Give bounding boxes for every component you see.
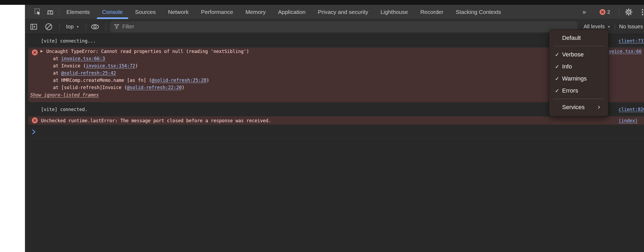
- log-levels-dropdown[interactable]: All levels ▼: [584, 24, 610, 30]
- kebab-menu-icon[interactable]: [642, 9, 643, 15]
- tab-memory[interactable]: Memory: [239, 5, 272, 19]
- inspect-cursor-icon: [34, 8, 41, 16]
- frame-text: at Invoice (: [53, 63, 86, 68]
- log-levels-menu: Default ✓ Verbose ✓ Info ✓ Warnings ✓ Er…: [549, 29, 608, 116]
- tab-network[interactable]: Network: [162, 5, 195, 19]
- chevron-down-icon: ▼: [76, 25, 79, 28]
- eye-icon: [90, 23, 100, 31]
- toolbar-separator: [59, 23, 60, 30]
- tab-lighthouse[interactable]: Lighthouse: [374, 5, 414, 19]
- tab-console[interactable]: Console: [96, 5, 129, 19]
- tab-label: Lighthouse: [380, 9, 408, 15]
- javascript-context-selector[interactable]: top ▼: [66, 24, 79, 30]
- stack-frame: at Invoice (invoice.tsx:154:72): [53, 62, 138, 70]
- tab-label: Recorder: [420, 9, 443, 15]
- inspect-element-button[interactable]: [33, 7, 42, 17]
- devtools-tabbar: Elements Console Sources Network Perform…: [25, 5, 644, 19]
- error-circle-icon: [32, 49, 38, 55]
- console-prompt-chevron-icon: [32, 129, 36, 135]
- menu-item-label: Errors: [562, 87, 578, 94]
- error-circle-icon: [599, 9, 606, 15]
- log-text: [vite] connecting...: [41, 38, 96, 44]
- frame-text: at: [53, 56, 61, 61]
- toolbar-separator: [615, 23, 615, 30]
- create-live-expression-button[interactable]: [91, 22, 99, 31]
- tab-recorder[interactable]: Recorder: [414, 5, 449, 19]
- stack-frame: at [solid-refresh]Invoice (@solid-refres…: [53, 84, 184, 91]
- frame-text: at: [53, 70, 61, 76]
- expand-triangle-icon[interactable]: ▶: [40, 49, 43, 53]
- show-console-sidebar-button[interactable]: [29, 22, 38, 31]
- tab-label: Memory: [245, 9, 266, 15]
- menu-item-info[interactable]: ✓ Info: [549, 60, 608, 72]
- error-source-link[interactable]: (index): [619, 118, 638, 123]
- console-filter-field[interactable]: [110, 21, 578, 32]
- panel-tabs: Elements Console Sources Network Perform…: [60, 5, 507, 19]
- menu-item-verbose[interactable]: ✓ Verbose: [549, 48, 608, 60]
- frame-source-link[interactable]: @solid-refresh:25:42: [61, 70, 116, 76]
- toolbar-separator: [106, 23, 106, 30]
- tab-label: Sources: [135, 9, 156, 15]
- show-ignore-listed-frames-link[interactable]: Show ignore-listed frames: [30, 91, 99, 99]
- tabbar-right-separator: [619, 8, 619, 16]
- tab-label: Stacking Contexts: [456, 9, 501, 15]
- menu-separator: [553, 99, 604, 99]
- check-icon: ✓: [555, 75, 562, 82]
- error-message-text: Uncaught TypeError: Cannot read properti…: [46, 48, 249, 55]
- check-icon: ✓: [555, 63, 562, 70]
- menu-item-services[interactable]: Services ›: [549, 101, 608, 113]
- console-prompt-row[interactable]: [25, 125, 644, 138]
- menu-item-label: Verbose: [562, 51, 584, 58]
- tab-application[interactable]: Application: [272, 5, 312, 19]
- window-top-strip: [0, 0, 644, 5]
- error-circle-icon: [32, 117, 38, 123]
- tab-performance[interactable]: Performance: [195, 5, 239, 19]
- frame-source-link[interactable]: @solid-refresh:25:28: [151, 78, 206, 83]
- tab-label: Network: [168, 9, 189, 15]
- sidebar-panel-icon: [30, 23, 37, 30]
- error-source-link[interactable]: invoice.tsx:66: [603, 48, 642, 55]
- filter-funnel-icon: [114, 24, 119, 29]
- clear-console-button[interactable]: [44, 22, 53, 31]
- menu-item-errors[interactable]: ✓ Errors: [549, 85, 608, 97]
- issues-counter[interactable]: No Issues: [619, 24, 643, 30]
- stack-frame: at invoice.tsx:66:3: [53, 55, 105, 62]
- frame-source-link[interactable]: invoice.tsx:154:72: [86, 63, 135, 68]
- tab-stacking-contexts[interactable]: Stacking Contexts: [450, 5, 507, 19]
- tabbar-separator: [59, 8, 59, 16]
- tab-sources[interactable]: Sources: [129, 5, 162, 19]
- menu-separator: [553, 46, 604, 46]
- frame-text: ): [182, 85, 184, 90]
- more-tabs-button[interactable]: »: [582, 8, 585, 16]
- frame-text: ): [135, 63, 138, 68]
- menu-item-label: Services: [562, 104, 585, 111]
- tab-elements[interactable]: Elements: [60, 5, 96, 19]
- menu-item-label: Default: [562, 35, 581, 41]
- tab-label: Privacy and security: [318, 9, 368, 15]
- source-link[interactable]: client:733: [619, 38, 644, 44]
- frame-text: at HMRComp.createMemo.name [as fn] (: [53, 78, 151, 83]
- menu-item-default[interactable]: Default: [549, 32, 608, 44]
- submenu-chevron-icon: ›: [598, 103, 600, 111]
- menu-item-warnings[interactable]: ✓ Warnings: [549, 72, 608, 85]
- check-icon: ✓: [555, 87, 562, 94]
- error-count: 2: [607, 9, 610, 15]
- frame-source-link[interactable]: invoice.tsx:66:3: [61, 56, 105, 61]
- frame-text: ): [206, 78, 209, 83]
- gear-icon: [625, 8, 633, 16]
- filter-input[interactable]: [122, 24, 574, 30]
- clear-console-icon: [45, 23, 53, 31]
- toggle-device-toolbar-button[interactable]: [46, 7, 55, 17]
- menu-item-label: Warnings: [562, 75, 587, 82]
- stack-frame: at HMRComp.createMemo.name [as fn] (@sol…: [53, 77, 209, 84]
- tabbar-right-cluster: » 2: [582, 5, 644, 19]
- device-toolbar-icon: [46, 8, 54, 16]
- levels-label: All levels: [584, 24, 605, 30]
- error-count-badge[interactable]: 2: [599, 9, 610, 15]
- source-link[interactable]: client:826: [619, 107, 644, 112]
- context-label: top: [66, 24, 74, 30]
- tab-privacy-and-security[interactable]: Privacy and security: [312, 5, 374, 19]
- menu-item-label: Info: [562, 63, 572, 70]
- settings-button[interactable]: [625, 8, 633, 16]
- frame-source-link[interactable]: @solid-refresh:22:20: [127, 85, 182, 90]
